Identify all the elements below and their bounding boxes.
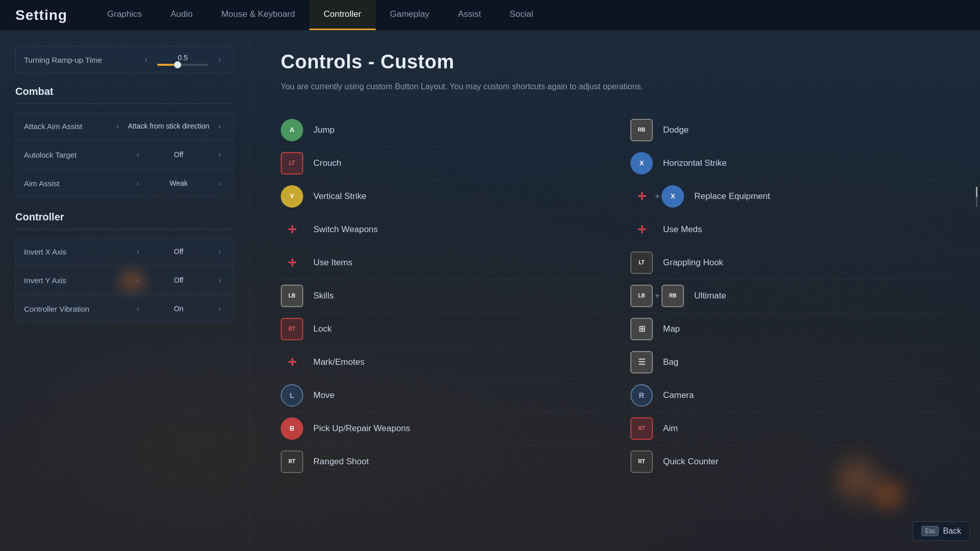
control-action-pick-up: Pick Up/Repair Weapons (313, 423, 410, 434)
control-row-pick-up: B Pick Up/Repair Weapons (281, 412, 600, 445)
controls-right-column: RB Dodge X Horizontal Strike ✛ + X Repla… (630, 114, 949, 478)
back-label: Back (943, 527, 961, 536)
control-action-dodge: Dodge (663, 125, 689, 135)
btn-lb-ultimate-icon: LB (630, 285, 653, 307)
btn-dpad-switch-icon: ✛ (281, 218, 303, 241)
controller-vibration-row: Controller Vibration ‹ On › (15, 295, 234, 322)
control-row-horizontal-strike: X Horizontal Strike (630, 147, 949, 180)
nav-tabs: Graphics Audio Mouse & Keyboard Controll… (93, 0, 548, 30)
btn-bag-icon: ☰ (630, 351, 653, 373)
tab-graphics[interactable]: Graphics (93, 0, 156, 30)
btn-combo-ultimate: LB + RB (630, 285, 684, 307)
invert-x-axis-control: ‹ Off › (132, 245, 226, 258)
control-action-grappling-hook: Grappling Hook (663, 258, 723, 268)
control-row-camera: R Camera (630, 379, 949, 412)
attack-aim-assist-label: Attack Aim Assist (24, 122, 112, 131)
tab-audio[interactable]: Audio (156, 0, 207, 30)
control-row-use-meds: ✛ Use Meds (630, 213, 949, 246)
invert-y-axis-control: ‹ Off › (132, 274, 226, 286)
btn-dpad-meds-icon: ✛ (630, 218, 653, 241)
tab-social[interactable]: Social (496, 0, 548, 30)
scroll-indicator (976, 187, 977, 207)
left-panel: Turning Ramp-up Time ‹ 0.5 › Combat Atta… (0, 31, 250, 551)
invert-y-axis-row: Invert Y Axis ‹ Off › (15, 266, 234, 294)
aim-assist-increase[interactable]: › (213, 177, 226, 189)
control-row-crouch: LT Crouch (281, 147, 600, 180)
invert-x-axis-row: Invert X Axis ‹ Off › (15, 238, 234, 265)
control-action-aim: Aim (663, 423, 678, 434)
invert-x-axis-label: Invert X Axis (24, 247, 132, 256)
autolock-target-label: Autolock Target (24, 151, 132, 159)
control-action-vertical-strike: Vertical Strike (313, 191, 366, 202)
header: Setting Graphics Audio Mouse & Keyboard … (0, 0, 980, 31)
attack-aim-assist-value: Attack from stick direction (128, 122, 210, 130)
attack-aim-assist-decrease[interactable]: ‹ (112, 120, 124, 132)
back-button[interactable]: Esc Back (913, 521, 970, 541)
btn-b-icon: B (281, 417, 303, 440)
combat-section-header: Combat (15, 86, 234, 97)
tab-mouse-keyboard[interactable]: Mouse & Keyboard (207, 0, 309, 30)
slider-container: 0.5 (157, 54, 208, 66)
control-row-dodge: RB Dodge (630, 114, 949, 147)
btn-dpad-mark-icon: ✛ (281, 351, 303, 373)
control-row-map: ⊞ Map (630, 313, 949, 346)
attack-aim-assist-increase[interactable]: › (213, 120, 226, 132)
btn-map-icon: ⊞ (630, 318, 653, 340)
attack-aim-assist-row: Attack Aim Assist ‹ Attack from stick di… (15, 112, 234, 140)
controls-title: Controls - Custom (281, 51, 949, 73)
invert-x-axis-decrease[interactable]: ‹ (132, 245, 144, 258)
controller-section-header: Controller (15, 211, 234, 223)
control-row-move: L Move (281, 379, 600, 412)
aim-assist-label: Aim Assist (24, 179, 132, 188)
turning-ramp-up-value: 0.5 (178, 54, 187, 62)
control-action-ultimate: Ultimate (694, 291, 726, 301)
slider-thumb[interactable] (174, 61, 181, 68)
btn-rt-ranged-icon: RT (281, 450, 303, 473)
tab-controller[interactable]: Controller (309, 0, 376, 30)
invert-y-axis-decrease[interactable]: ‹ (132, 274, 144, 286)
btn-rt-lock-icon: RT (281, 318, 303, 340)
controls-grid: A Jump LT Crouch Y Vertical Strike ✛ Swi… (281, 114, 949, 478)
control-row-ranged-shoot: RT Ranged Shoot (281, 445, 600, 478)
combat-divider (15, 104, 234, 104)
btn-rb-icon: RB (630, 119, 653, 141)
btn-y-icon: Y (281, 185, 303, 208)
control-action-bag: Bag (663, 357, 678, 367)
control-action-map: Map (663, 324, 680, 334)
invert-x-axis-increase[interactable]: › (213, 245, 226, 258)
control-row-aim: RT Aim (630, 412, 949, 445)
btn-rb-ultimate-icon: RB (662, 285, 684, 307)
control-action-ranged-shoot: Ranged Shoot (313, 457, 369, 467)
btn-x-replace-icon: X (662, 185, 684, 208)
invert-y-axis-label: Invert Y Axis (24, 276, 132, 285)
btn-lt-icon: LT (281, 152, 303, 174)
control-row-mark-emotes: ✛ Mark/Emotes (281, 346, 600, 379)
autolock-target-row: Autolock Target ‹ Off › (15, 141, 234, 168)
aim-assist-row: Aim Assist ‹ Weak › (15, 169, 234, 197)
controller-vibration-decrease[interactable]: ‹ (132, 303, 144, 315)
autolock-target-value: Off (148, 151, 209, 159)
turning-ramp-up-label: Turning Ramp-up Time (24, 56, 140, 64)
autolock-target-increase[interactable]: › (213, 148, 226, 161)
app-title: Setting (15, 7, 67, 23)
autolock-target-decrease[interactable]: ‹ (132, 148, 144, 161)
btn-dpad-replace-icon: ✛ (630, 185, 653, 208)
turning-ramp-up-decrease[interactable]: ‹ (140, 54, 152, 66)
tab-gameplay[interactable]: Gameplay (376, 0, 444, 30)
controller-vibration-increase[interactable]: › (213, 303, 226, 315)
btn-lb-icon: LB (281, 285, 303, 307)
slider-track[interactable] (157, 64, 208, 66)
btn-rt-quick-counter-icon: RT (630, 450, 653, 473)
invert-y-axis-increase[interactable]: › (213, 274, 226, 286)
control-action-crouch: Crouch (313, 158, 341, 168)
btn-rt-aim-icon: RT (630, 417, 653, 440)
btn-l-stick-icon: L (281, 384, 303, 407)
right-panel: Controls - Custom You are currently usin… (250, 31, 980, 551)
aim-assist-decrease[interactable]: ‹ (132, 177, 144, 189)
turning-ramp-up-increase[interactable]: › (213, 54, 226, 66)
controls-description: You are currently using custom Button La… (281, 80, 664, 93)
controller-vibration-label: Controller Vibration (24, 305, 132, 313)
combo-plus-replace: + (655, 192, 659, 201)
tab-assist[interactable]: Assist (444, 0, 495, 30)
combo-plus-ultimate: + (655, 291, 659, 300)
